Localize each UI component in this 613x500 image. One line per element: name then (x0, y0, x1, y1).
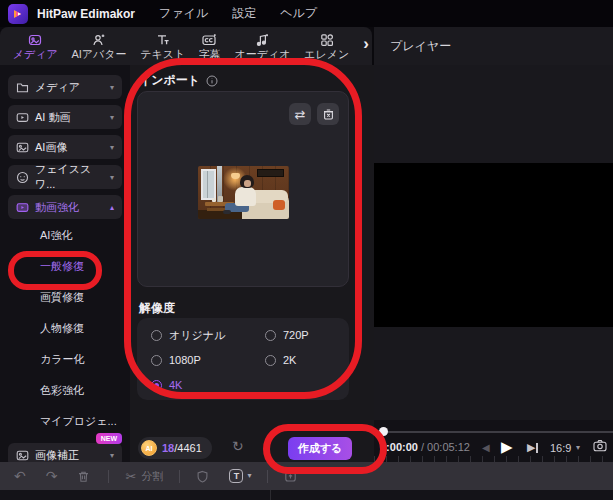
cc-icon (202, 33, 217, 47)
radio-circle-icon (151, 330, 162, 341)
caret-down-icon: ▾ (110, 113, 114, 122)
credits-total: /4461 (174, 442, 202, 454)
tab-media[interactable]: メディア (13, 33, 58, 60)
sidebar-item-video-enhance[interactable]: 動画強化 ▴ (8, 195, 122, 219)
replace-file-button[interactable]: ⇄ (289, 103, 311, 125)
menu-settings[interactable]: 設定 (232, 5, 256, 22)
delete-icon[interactable] (77, 470, 90, 483)
thumb-orange-cushion (273, 200, 285, 210)
time-total: / 00:05:12 (418, 441, 470, 453)
thumb-window (201, 169, 216, 200)
menu-bar: HitPaw Edimakor ファイル 設定 ヘルプ (0, 0, 613, 27)
import-card-actions: ⇄ (289, 103, 339, 125)
import-dropzone[interactable]: ⇄ (137, 91, 349, 287)
sidebar-item-ai-image[interactable]: AI画像 ▾ (8, 135, 122, 159)
tab-bar-expand-chevron-icon[interactable]: › (363, 35, 369, 52)
app-title: HitPaw Edimakor (37, 7, 135, 21)
import-section-title: インポート (139, 72, 218, 89)
thumb-mug (218, 196, 223, 202)
play-icon[interactable]: ▶ (501, 439, 513, 454)
thumb-woman-face (244, 180, 251, 187)
radio-2k[interactable]: 2K (265, 352, 296, 368)
sidebar-item-face-swap[interactable]: フェイススワ... ▾ (8, 165, 122, 189)
remove-file-button[interactable] (317, 103, 339, 125)
tab-ai-avatar[interactable]: AIアバター (71, 33, 126, 60)
thumb-woman-shoe (223, 210, 231, 214)
timeline-toolbar: ↶ ↷ ✂ 分割 T▾ (0, 462, 613, 490)
sidebar-item-ai-video[interactable]: AI 動画 ▾ (8, 105, 122, 129)
player-progress-track[interactable] (384, 431, 613, 433)
sidebar-subitem-quality-repair[interactable]: 画質修復 (0, 283, 130, 311)
toolbar-divider (108, 470, 109, 483)
sidebar-subitem-colorize[interactable]: カラー化 (0, 345, 130, 373)
create-button[interactable]: 作成する (288, 437, 352, 460)
player-time-display: 0:00:00 / 00:05:12 (380, 441, 470, 453)
sidebar-subitem-portrait-repair[interactable]: 人物修復 (0, 314, 130, 342)
sidebar-item-label: 画像補正 (35, 448, 79, 463)
split-label[interactable]: 分割 (141, 469, 163, 484)
sidebar-item-label: メディア (35, 80, 80, 95)
next-frame-icon[interactable]: ▶ (527, 442, 538, 453)
text-tool-icon: T (229, 469, 243, 483)
sidebar-item-label: フェイススワ... (35, 162, 104, 192)
player-video-area[interactable] (374, 163, 613, 327)
sidebar-subitem-general-repair[interactable]: 一般修復 (0, 252, 130, 280)
menu-file[interactable]: ファイル (159, 5, 208, 22)
video-icon (16, 111, 29, 124)
tab-text-label: テキスト (140, 49, 185, 60)
export-upload-icon[interactable] (284, 470, 297, 483)
refresh-credits-icon[interactable]: ↻ (232, 439, 244, 453)
image-icon (16, 141, 29, 154)
tab-subtitle[interactable]: 字幕 (199, 33, 221, 60)
aspect-ratio-caret-icon[interactable]: ▾ (576, 443, 580, 452)
video-enhance-icon (16, 201, 29, 214)
audio-note-icon (255, 33, 269, 47)
player-title: プレイヤー (390, 38, 451, 55)
image-correction-icon (16, 449, 29, 462)
radio-4k[interactable]: 4K (151, 377, 182, 393)
app-logo-icon (8, 4, 28, 24)
split-scissors-icon[interactable]: ✂ (125, 470, 136, 483)
time-current: 0:00:00 (380, 441, 418, 453)
tab-subtitle-label: 字幕 (199, 49, 221, 60)
sidebar: メディア ▾ AI 動画 ▾ AI画像 ▾ フェイススワ... ▾ 動画強化 ▴… (0, 65, 130, 462)
player-panel-header: プレイヤー (374, 27, 613, 65)
previous-frame-icon[interactable]: ◀ (482, 443, 490, 453)
toolbar-divider (267, 470, 268, 483)
text-icon (156, 33, 170, 47)
radio-720p[interactable]: 720P (265, 327, 309, 343)
radio-1080p[interactable]: 1080P (151, 352, 201, 368)
redo-icon[interactable]: ↷ (46, 469, 58, 483)
undo-icon[interactable]: ↶ (14, 469, 26, 483)
trash-x-icon (322, 108, 335, 121)
credits-used: 18 (162, 442, 174, 454)
tab-audio[interactable]: オーディオ (234, 33, 290, 60)
radio-circle-icon (265, 330, 276, 341)
thumb-picture-frame (257, 169, 284, 177)
text-tool-button[interactable]: T▾ (229, 469, 251, 483)
menu-help[interactable]: ヘルプ (280, 5, 317, 22)
resolution-options-card: オリジナル 720P 1080P 2K 4K (137, 318, 349, 400)
radio-original[interactable]: オリジナル (151, 327, 225, 343)
radio-circle-icon (265, 355, 276, 366)
player-progress-handle[interactable] (379, 427, 388, 436)
tab-elements-label: エレメン (304, 49, 349, 60)
sidebar-item-media[interactable]: メディア ▾ (8, 75, 122, 99)
avatar-icon (92, 33, 106, 47)
tab-text[interactable]: テキスト (140, 33, 185, 60)
swap-icon: ⇄ (295, 108, 306, 121)
radio-circle-icon (151, 355, 162, 366)
tab-elements[interactable]: エレメン (304, 33, 349, 60)
sidebar-subitem-color-enhance[interactable]: 色彩強化 (0, 376, 130, 404)
video-thumbnail[interactable] (198, 166, 289, 219)
ai-coin-icon: AI (141, 440, 157, 456)
shield-icon[interactable] (196, 470, 209, 483)
snapshot-camera-icon[interactable] (593, 439, 607, 452)
sidebar-subitem-ai-enhance[interactable]: AI強化 (0, 221, 130, 249)
info-icon[interactable] (206, 75, 218, 87)
sidebar-item-label: 動画強化 (35, 200, 79, 215)
app-window: HitPaw Edimakor ファイル 設定 ヘルプ メディア AIアバター … (0, 0, 613, 500)
sidebar-subitem-my-projects[interactable]: マイプロジェ... (0, 407, 130, 435)
general-repair-panel: インポート ⇄ (130, 65, 374, 462)
aspect-ratio-selector[interactable]: 16:9 (550, 442, 571, 454)
